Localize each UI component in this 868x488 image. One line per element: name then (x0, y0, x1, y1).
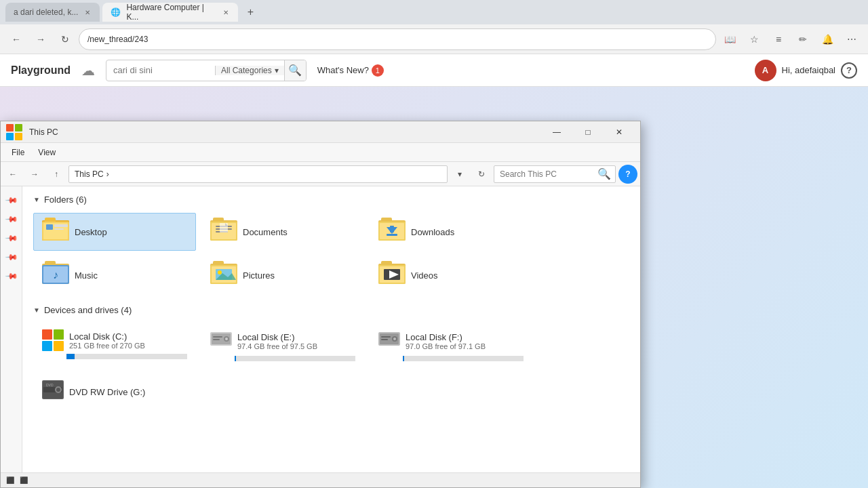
tab-active[interactable]: 🌐 Hardware Computer | K... ✕ (102, 3, 238, 22)
help-button[interactable]: ? (841, 62, 857, 79)
drive-f[interactable]: Local Disk (F:) 97.0 GB free of 97.1 GB (370, 323, 532, 367)
refresh-button[interactable]: ↻ (54, 28, 76, 50)
search-bar[interactable]: All Categories ▾ 🔍 (106, 60, 307, 81)
explorer-navbar: ← → ↑ This PC › ▾ ↻ 🔍 ? (1, 162, 640, 186)
drive-g-header: DVD DVD RW Drive (G:) (42, 379, 187, 405)
drive-e-progress-fill (235, 356, 236, 361)
folder-music[interactable]: ♪ Music (33, 256, 196, 294)
folder-music-name: Music (75, 270, 98, 281)
more-icon[interactable]: ⋯ (841, 28, 863, 50)
cloud-icon: ☁ (81, 62, 95, 79)
explorer-search-box[interactable]: 🔍 (494, 165, 616, 183)
explorer-minimize-button[interactable]: — (541, 121, 572, 143)
pin-icon-5[interactable]: 📌 (1, 264, 22, 287)
drive-c-header: Local Disk (C:) 251 GB free of 270 GB (42, 329, 187, 351)
svg-point-34 (218, 270, 222, 274)
whats-new-label: What's New? (317, 65, 369, 75)
drive-f-info: Local Disk (F:) 97.0 GB free of 97.1 GB (406, 332, 524, 350)
category-chevron: ▾ (275, 66, 279, 75)
folder-pictures-icon (210, 261, 237, 290)
tab-active-close[interactable]: ✕ (222, 7, 230, 18)
breadcrumb-dropdown-button[interactable]: ▾ (450, 165, 469, 184)
svg-rect-6 (54, 224, 68, 227)
explorer-sidebar: 📌 📌 📌 📌 📌 (1, 186, 22, 472)
category-label: All Categories (221, 66, 272, 75)
avatar[interactable]: A (755, 60, 776, 81)
drive-f-icon (378, 329, 400, 353)
view-menu[interactable]: View (33, 145, 61, 160)
drive-e[interactable]: Local Disk (E:) 97.4 GB free of 97.5 GB (201, 323, 364, 367)
explorer-search-input[interactable] (500, 169, 595, 179)
folders-label: Folders (6) (44, 195, 87, 205)
breadcrumb-pc: This PC (75, 169, 104, 179)
drive-c-info: Local Disk (C:) 251 GB free of 270 GB (69, 331, 187, 350)
svg-text:DVD: DVD (46, 383, 54, 387)
reader-mode-icon[interactable]: 📖 (719, 28, 741, 50)
category-dropdown[interactable]: All Categories ▾ (215, 66, 284, 75)
browser-toolbar: ← → ↻ /new_thread/243 📖 ☆ ≡ ✏ 🔔 ⋯ (0, 24, 868, 54)
explorer-statusbar: ⬛ ⬛ (1, 472, 640, 487)
svg-point-51 (393, 338, 396, 340)
collections-icon[interactable]: 🔔 (816, 28, 838, 50)
svg-rect-22 (390, 226, 394, 232)
explorer-titlebar: This PC — □ ✕ (1, 121, 640, 143)
drive-c-progress-bar (66, 354, 187, 359)
drive-g[interactable]: DVD DVD RW Drive (G:) (33, 373, 196, 411)
folders-grid: Desktop (33, 213, 629, 294)
explorer-up-button[interactable]: ↑ (47, 165, 66, 184)
folder-videos-name: Videos (411, 270, 438, 281)
svg-point-58 (56, 388, 60, 392)
drives-label: Devices and drives (4) (44, 305, 132, 315)
folder-desktop-name: Desktop (75, 227, 107, 237)
settings-icon[interactable]: ≡ (768, 28, 789, 50)
svg-point-45 (225, 338, 228, 340)
folder-downloads[interactable]: Downloads (370, 213, 532, 251)
status-expand-icon: ⬛ (6, 476, 14, 484)
svg-rect-46 (213, 336, 222, 338)
folder-desktop-icon (42, 218, 69, 247)
back-button[interactable]: ← (5, 28, 27, 50)
drive-c[interactable]: Local Disk (C:) 251 GB free of 270 GB (33, 323, 196, 367)
svg-rect-23 (387, 234, 397, 236)
drive-f-progress-fill (403, 356, 404, 361)
drive-e-header: Local Disk (E:) 97.4 GB free of 97.5 GB (210, 329, 355, 353)
breadcrumb-bar[interactable]: This PC › (68, 165, 448, 183)
tab-favicon: 🌐 (111, 7, 121, 17)
folder-desktop[interactable]: Desktop (33, 213, 196, 251)
folder-documents-icon (210, 218, 237, 247)
address-text: /new_thread/243 (87, 35, 148, 44)
tab-inactive-label: a dari deleted, k... (14, 7, 78, 17)
search-input[interactable] (106, 65, 215, 75)
notification-badge: 1 (372, 64, 384, 77)
folders-chevron: ▼ (33, 196, 40, 203)
explorer-forward-button[interactable]: → (25, 165, 44, 184)
new-tab-button[interactable]: + (241, 3, 260, 22)
folder-pictures[interactable]: Pictures (201, 256, 364, 294)
folder-documents[interactable]: Documents (201, 213, 364, 251)
drives-section-header[interactable]: ▼ Devices and drives (4) (33, 305, 629, 315)
drive-g-info: DVD RW Drive (G:) (69, 387, 187, 397)
explorer-back-button[interactable]: ← (3, 165, 22, 184)
folders-section-header[interactable]: ▼ Folders (6) (33, 195, 629, 205)
forward-button[interactable]: → (30, 28, 52, 50)
file-menu[interactable]: File (6, 145, 30, 160)
edit-icon[interactable]: ✏ (792, 28, 814, 50)
help-icon[interactable]: ? (618, 165, 637, 184)
drive-e-icon (210, 329, 232, 353)
explorer-close-button[interactable]: ✕ (604, 121, 635, 143)
app-bar: Playground ☁ All Categories ▾ 🔍 What's N… (0, 54, 868, 87)
explorer-search-icon: 🔍 (597, 167, 611, 180)
drive-f-header: Local Disk (F:) 97.0 GB free of 97.1 GB (378, 329, 524, 353)
svg-rect-15 (220, 223, 228, 232)
drive-g-name: DVD RW Drive (G:) (69, 387, 187, 397)
explorer-window: This PC — □ ✕ File View ← → ↑ This PC › … (0, 121, 641, 488)
tab-inactive[interactable]: a dari deleted, k... ✕ (5, 3, 100, 22)
folder-videos[interactable]: Videos (370, 256, 532, 294)
bookmark-icon[interactable]: ☆ (743, 28, 765, 50)
refresh-location-button[interactable]: ↻ (472, 165, 491, 184)
explorer-maximize-button[interactable]: □ (572, 121, 604, 143)
search-button[interactable]: 🔍 (284, 60, 306, 81)
address-bar[interactable]: /new_thread/243 (79, 28, 716, 50)
whats-new-area[interactable]: What's New? 1 (317, 64, 384, 77)
tab-inactive-close[interactable]: ✕ (83, 7, 92, 18)
